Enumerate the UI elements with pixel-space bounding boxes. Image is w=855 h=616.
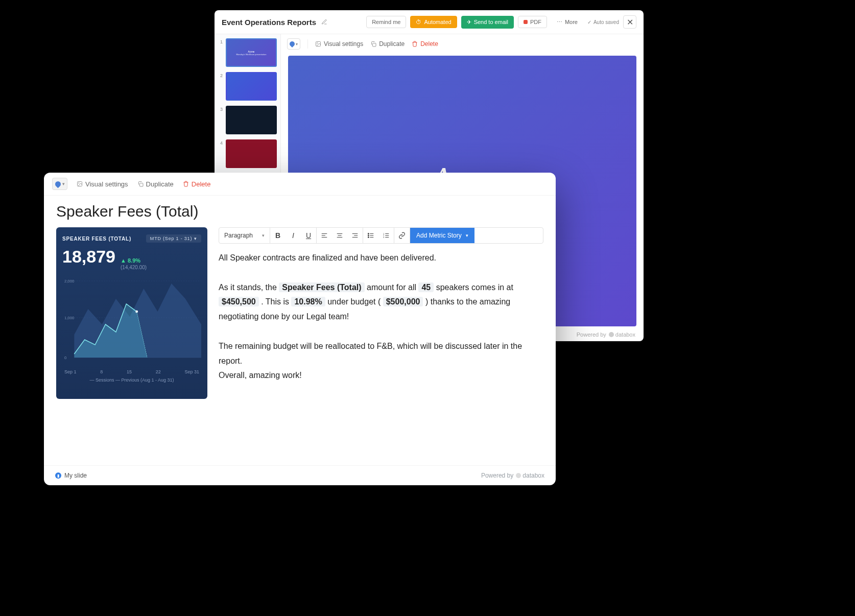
visual-settings-button[interactable]: Visual settings xyxy=(315,40,363,48)
databox-badge-icon: ▮ xyxy=(55,472,61,479)
powered-by: Powered by databox xyxy=(481,472,544,479)
svg-point-23 xyxy=(368,233,369,234)
paragraph: As it stands, the Speaker Fees (Total) a… xyxy=(219,280,543,324)
trash-icon xyxy=(412,41,418,47)
paragraph: All Speaker contracts are finalized and … xyxy=(219,251,543,266)
slide-editor-window: ▾ Visual settings Duplicate Delete Speak… xyxy=(44,173,556,485)
duplicate-button[interactable]: Duplicate xyxy=(137,180,174,188)
text-editor: Paragraph▾ B I U xyxy=(219,227,543,399)
metric-chart: SPEAKER FEES (TOTAL) MTD (Sep 1 - 31)▾ 1… xyxy=(56,227,207,399)
number-list-button[interactable]: 123 xyxy=(378,228,394,243)
image-icon xyxy=(315,41,321,47)
chart-kpi-prev: (14,420.00) xyxy=(121,265,147,270)
image-icon xyxy=(77,181,83,187)
trash-icon xyxy=(183,181,189,187)
chart-kpi-value: 18,879 xyxy=(62,247,115,267)
databox-logo-icon xyxy=(609,332,614,337)
duplicate-button[interactable]: Duplicate xyxy=(370,40,405,48)
autosaved-indicator: ✓ Auto saved xyxy=(587,19,619,25)
chart-label: SPEAKER FEES (TOTAL) xyxy=(62,236,131,242)
italic-button[interactable]: I xyxy=(286,228,301,243)
thumb-4[interactable]: 4 xyxy=(219,139,276,168)
count-chip[interactable]: 45 xyxy=(418,282,434,292)
edit-title-icon[interactable] xyxy=(321,19,327,25)
chart-x-ticks: Sep 1 8 15 22 Sep 31 xyxy=(62,369,201,374)
editor-toolbar: ▾ Visual settings Duplicate Delete xyxy=(44,173,556,196)
svg-text:3: 3 xyxy=(383,236,384,239)
delete-button[interactable]: Delete xyxy=(183,180,211,188)
droplet-icon xyxy=(289,40,296,48)
slide-name-label: ▮ My slide xyxy=(55,472,87,479)
droplet-icon xyxy=(54,180,62,188)
svg-point-25 xyxy=(368,237,369,238)
chart-kpi-delta: ▲ 8.9% xyxy=(121,257,140,264)
send-email-button[interactable]: ✈ Send to email xyxy=(461,16,514,29)
svg-text:0: 0 xyxy=(64,356,67,360)
align-right-button[interactable] xyxy=(347,228,363,243)
paragraph-style-select[interactable]: Paragraph▾ xyxy=(219,232,270,239)
svg-point-4 xyxy=(79,183,80,184)
underline-button[interactable]: U xyxy=(301,228,316,243)
svg-rect-5 xyxy=(139,183,143,187)
copy-icon xyxy=(137,181,144,187)
chart-plot: 2,000 1,000 0 xyxy=(62,273,201,365)
remind-me-button[interactable]: Remind me xyxy=(366,16,406,28)
copy-icon xyxy=(370,41,376,47)
chart-range-selector[interactable]: MTD (Sep 1 - 31)▾ xyxy=(146,234,201,243)
rte-toolbar: Paragraph▾ B I U xyxy=(219,227,543,244)
automated-button[interactable]: ⏱ Automated xyxy=(410,16,457,28)
add-metric-story-button[interactable]: Add Metric Story▾ xyxy=(410,228,474,243)
databox-logo-icon xyxy=(516,473,521,478)
svg-rect-2 xyxy=(373,43,376,47)
thumb-3[interactable]: 3 xyxy=(219,106,276,134)
svg-text:2,000: 2,000 xyxy=(64,279,75,283)
report-actions: Remind me ⏱ Automated ✈ Send to email PD… xyxy=(366,15,636,29)
thumb-1[interactable]: 1AcmeMonday's WinShare presentation xyxy=(219,38,276,67)
editor-footer: ▮ My slide Powered by databox xyxy=(44,465,556,485)
amount-chip[interactable]: $450,500 xyxy=(219,297,259,306)
chart-legend: — Sessions — Previous (Aug 1 - Aug 31) xyxy=(62,377,201,383)
section-title: Speaker Fees (Total) xyxy=(56,203,543,220)
paragraph: The remaining budget will be reallocated… xyxy=(219,339,543,369)
bold-button[interactable]: B xyxy=(270,228,286,243)
report-header: Event Operations Reports Remind me ⏱ Aut… xyxy=(215,10,644,34)
budget-chip[interactable]: $500,000 xyxy=(383,297,423,306)
thumb-2[interactable]: 2 xyxy=(219,72,276,101)
color-picker-button[interactable]: ▾ xyxy=(52,178,67,190)
report-title-group: Event Operations Reports xyxy=(222,18,327,27)
report-title: Event Operations Reports xyxy=(222,18,316,27)
visual-settings-button[interactable]: Visual settings xyxy=(77,180,128,188)
close-button[interactable]: ✕ xyxy=(623,15,636,29)
paragraph: Overall, amazing work! xyxy=(219,368,543,383)
powered-by: Powered by databox xyxy=(577,331,635,338)
bullet-list-button[interactable] xyxy=(363,228,378,243)
pdf-button[interactable]: PDF xyxy=(518,16,547,28)
pdf-icon xyxy=(524,20,528,24)
link-button[interactable] xyxy=(394,228,410,243)
slide-toolbar: ▾ Visual settings Duplicate Delete xyxy=(281,34,644,54)
percent-chip[interactable]: 10.98% xyxy=(291,297,325,306)
align-left-button[interactable] xyxy=(317,228,332,243)
color-picker-button[interactable]: ▾ xyxy=(287,38,300,50)
metric-chip[interactable]: Speaker Fees (Total) xyxy=(279,282,364,292)
svg-point-1 xyxy=(317,43,318,44)
delete-button[interactable]: Delete xyxy=(412,40,438,48)
more-button[interactable]: ⋯ More xyxy=(551,16,583,29)
editor-body[interactable]: All Speaker contracts are finalized and … xyxy=(219,251,543,383)
svg-point-24 xyxy=(368,235,369,236)
align-center-button[interactable] xyxy=(332,228,347,243)
svg-text:1,000: 1,000 xyxy=(64,316,75,320)
